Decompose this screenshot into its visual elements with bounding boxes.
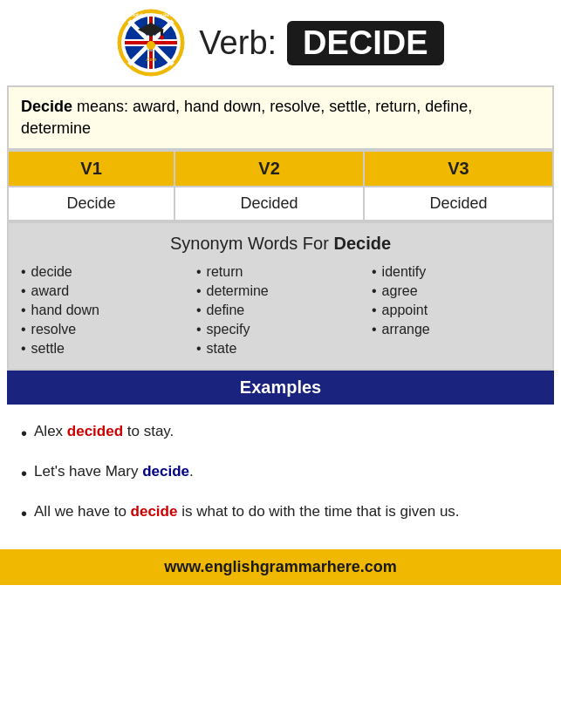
v1-value: Decide: [8, 187, 174, 221]
synonym-col-2: return determine define specify state: [196, 262, 365, 358]
v3-header: V3: [364, 151, 553, 187]
synonym-col-3: identify agree appoint arrange: [372, 262, 540, 358]
footer-url: www.englishgrammarhere.com: [164, 558, 396, 575]
list-item: Alex decided to stay.: [21, 413, 540, 453]
svg-point-14: [147, 41, 155, 50]
examples-header: Examples: [7, 371, 554, 405]
list-item: decide: [21, 262, 189, 282]
list-item: settle: [21, 339, 189, 358]
means-section: Decide means: award, hand down, resolve,…: [7, 85, 554, 150]
svg-text:English Grammar Here: English Grammar Here: [130, 13, 173, 17]
v2-header: V2: [174, 151, 364, 187]
verb-forms-table: V1 V2 V3 Decide Decided Decided: [7, 150, 554, 221]
synonym-col-1: decide award hand down resolve settle: [21, 262, 189, 358]
means-definition: means: award, hand down, resolve, settle…: [21, 98, 472, 137]
examples-list: Alex decided to stay. Let's have Mary de…: [0, 405, 561, 542]
list-item: arrange: [372, 320, 540, 339]
synonym-columns: decide award hand down resolve settle re…: [21, 262, 540, 358]
list-item: hand down: [21, 301, 189, 320]
list-item: appoint: [372, 301, 540, 320]
svg-rect-15: [149, 50, 154, 51]
list-item: agree: [372, 282, 540, 301]
example-text: All we have to decide is what to do with…: [34, 500, 460, 523]
list-item: state: [196, 339, 365, 358]
list-item: Let's have Mary decide.: [21, 453, 540, 493]
list-item: define: [196, 301, 365, 320]
list-item: award: [21, 282, 189, 301]
synonym-title-bold: Decide: [333, 234, 391, 253]
example-text: Alex decided to stay.: [34, 420, 174, 443]
list-item: determine: [196, 282, 365, 301]
page-header: English Grammar Here .Com Verb: DECIDE: [0, 0, 561, 85]
list-item: All we have to decide is what to do with…: [21, 493, 540, 534]
svg-point-11: [160, 36, 164, 40]
v1-header: V1: [8, 151, 174, 187]
logo: English Grammar Here .Com: [117, 9, 185, 77]
list-item: specify: [196, 320, 365, 339]
highlight-word: decide: [131, 503, 178, 520]
synonym-title-plain: Synonym Words For: [170, 234, 333, 253]
v3-value: Decided: [364, 187, 553, 221]
svg-text:.Com: .Com: [146, 57, 157, 62]
highlight-word: decide: [142, 463, 189, 480]
verb-word: DECIDE: [287, 21, 444, 65]
highlight-word: decided: [67, 423, 123, 439]
v2-value: Decided: [174, 187, 364, 221]
example-text: Let's have Mary decide.: [34, 460, 194, 483]
verb-label: Verb:: [199, 24, 277, 62]
means-word: Decide: [21, 98, 72, 115]
footer: www.englishgrammarhere.com: [0, 549, 561, 585]
list-item: resolve: [21, 320, 189, 339]
synonym-title: Synonym Words For Decide: [21, 234, 540, 254]
list-item: return: [196, 262, 365, 282]
list-item: identify: [372, 262, 540, 282]
synonym-section: Synonym Words For Decide decide award ha…: [7, 221, 554, 371]
